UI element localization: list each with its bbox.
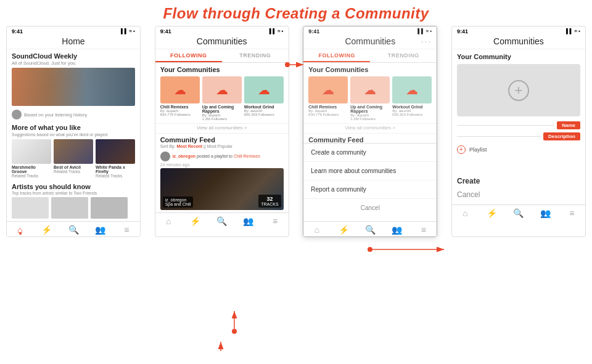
status-bar-1: 9:41 ▌▌ ≈ ▪ (7, 26, 140, 35)
description-label-tag[interactable]: Description (543, 132, 580, 140)
time-2: 9:41 (160, 28, 171, 34)
create-image-placeholder[interactable]: + (457, 64, 580, 116)
nav-home-2[interactable]: ⌂ (155, 216, 182, 226)
screen-communities-modal: 9:41 ▌▌ ≈ ▪ Communities ··· FOLLOWING TR… (303, 26, 437, 237)
playlist-field[interactable]: + Playlist (457, 145, 580, 154)
tabs-2: FOLLOWING TRENDING (155, 49, 289, 63)
svg-point-6 (368, 247, 372, 252)
more-sub: Suggestions based on what you've liked o… (7, 132, 140, 139)
nav-library-3[interactable]: ≡ (410, 225, 437, 235)
nav-home-1[interactable]: ⌂ (7, 225, 33, 235)
your-community-title: Your Community (452, 49, 585, 63)
page-title: Flow through Creating a Community (0, 0, 592, 26)
tab-trending-2[interactable]: TRENDING (222, 49, 289, 62)
bottom-nav-1: ⌂ ⚡ 🔍 👥 ≡ (7, 221, 140, 237)
listening-history: Based on your listening history (7, 108, 140, 122)
tab-following-2[interactable]: FOLLOWING (155, 49, 222, 62)
track-1: Marshmello Groove Related Tracks (12, 139, 51, 178)
nav-people-2[interactable]: 👥 (235, 216, 261, 226)
learn-communities-item[interactable]: Learn more about communities (303, 162, 437, 180)
track-2: Best of Avicii Related Tracks (54, 139, 93, 178)
nav-people-4[interactable]: 👥 (532, 208, 559, 218)
status-bar-2: 9:41 ▌▌ ≈ ▪ (155, 26, 289, 35)
status-icons-1: ▌▌ ≈ ▪ (121, 28, 135, 34)
status-icons-2: ▌▌ ≈ ▪ (269, 28, 284, 34)
nav-home-3[interactable]: ⌂ (303, 225, 330, 235)
nav-search-2[interactable]: 🔍 (208, 216, 235, 226)
bottom-nav-3: ⌂ ⚡ 🔍 👥 ≡ (303, 221, 437, 237)
modal-menu: Create a community Learn more about comm… (303, 143, 437, 217)
card-workout-2[interactable]: ☁ Workout Grind By: alexr00 600,303 Foll… (244, 76, 284, 121)
hero-image (12, 68, 135, 106)
communities-header-4: Communities (452, 35, 585, 49)
nav-library-1[interactable]: ≡ (113, 225, 140, 235)
card-rappers-2[interactable]: ☁ Up and Coming Rappers By: dupach 1.2M … (202, 76, 242, 121)
status-icons-4: ▌▌ ≈ ▪ (566, 28, 580, 34)
nav-home-4[interactable]: ⌂ (452, 208, 479, 218)
communities-header: Communities (155, 35, 289, 49)
nav-lightning-2[interactable]: ⚡ (182, 216, 208, 226)
weekly-title: SoundCloud Weekly (7, 49, 140, 60)
playlist-add-icon: + (457, 145, 466, 154)
plus-circle-icon: + (508, 80, 529, 101)
artists-sub: Top tracks from artists similar to Two F… (7, 191, 140, 197)
nav-search-3[interactable]: 🔍 (357, 225, 384, 235)
home-header: Home (7, 35, 140, 49)
bottom-nav-4: ⌂ ⚡ 🔍 👥 ≡ (452, 204, 585, 220)
nav-library-4[interactable]: ≡ (559, 208, 585, 218)
time-4: 9:41 (457, 28, 468, 34)
create-actions: Create Cancel (452, 171, 585, 204)
tracks-grid: Marshmello Groove Related Tracks Best of… (7, 139, 140, 181)
nav-search-4[interactable]: 🔍 (505, 208, 532, 218)
card-chill-2[interactable]: ☁ Chill Remixes By: dupach 834,776 Follo… (160, 76, 200, 121)
nav-people-3[interactable]: 👥 (384, 225, 410, 235)
name-label-tag[interactable]: Name (557, 121, 580, 129)
track-3: White Panda x Firefly Related Tracks (96, 139, 135, 178)
screens-row: 9:41 ▌▌ ≈ ▪ Home SoundCloud Weekly All o… (0, 26, 592, 237)
create-community-item[interactable]: Create a community (303, 144, 437, 162)
svg-point-2 (232, 329, 237, 334)
name-field: Name (457, 121, 580, 129)
your-communities-2: Your Communities (155, 63, 289, 75)
nav-library-2[interactable]: ≡ (261, 216, 288, 226)
feed-title-2: Community Feed (155, 134, 289, 144)
bottom-nav-2: ⌂ ⚡ 🔍 👥 ≡ (155, 212, 289, 228)
cancel-button[interactable]: Cancel (457, 188, 580, 201)
screen-home: 9:41 ▌▌ ≈ ▪ Home SoundCloud Weekly All o… (6, 26, 141, 237)
status-bar-4: 9:41 ▌▌ ≈ ▪ (452, 26, 585, 35)
nav-lightning-4[interactable]: ⚡ (479, 208, 505, 218)
community-cards-2: ☁ Chill Remixes By: dupach 834,776 Follo… (155, 75, 289, 123)
artists-grid (7, 197, 140, 221)
artists-title: Artists you should know (7, 181, 140, 191)
weekly-sub: All of SoundCloud. Just for you. (7, 60, 140, 68)
time-1: 9:41 (12, 28, 23, 34)
nav-lightning-1[interactable]: ⚡ (33, 225, 60, 235)
feed-item-2: iz_obregon posted a playlist to Chill Re… (155, 150, 289, 212)
feed-sort-2: Sort By: Most Recent || Most Popular (155, 144, 289, 150)
nav-people-1[interactable]: 👥 (87, 225, 113, 235)
screen-create-community: 9:41 ▌▌ ≈ ▪ Communities Your Community +… (451, 26, 586, 237)
screen-communities: 9:41 ▌▌ ≈ ▪ Communities FOLLOWING TRENDI… (155, 26, 289, 237)
view-all-2[interactable]: View all communities > (155, 123, 289, 134)
description-field: Description (457, 132, 580, 140)
report-community-item[interactable]: Report a community (303, 180, 437, 199)
nav-lightning-3[interactable]: ⚡ (331, 225, 357, 235)
feed-image-2: iz_obregon Spa and Chill 32 TRACKS (160, 168, 284, 210)
more-title: More of what you like (7, 122, 140, 132)
nav-search-1[interactable]: 🔍 (60, 225, 86, 235)
page-container: Flow through Creating a Community 9:41 ▌… (0, 0, 592, 364)
cancel-modal-item[interactable]: Cancel (303, 199, 437, 217)
create-button[interactable]: Create (457, 174, 580, 188)
